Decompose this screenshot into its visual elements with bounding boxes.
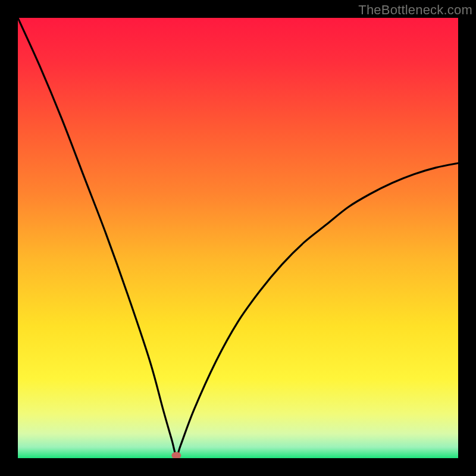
chart-frame: TheBottleneck.com bbox=[0, 0, 476, 476]
watermark-text: TheBottleneck.com bbox=[358, 2, 472, 18]
plot-area bbox=[18, 18, 458, 458]
gradient-background bbox=[18, 18, 458, 458]
bottleneck-chart bbox=[18, 18, 458, 458]
